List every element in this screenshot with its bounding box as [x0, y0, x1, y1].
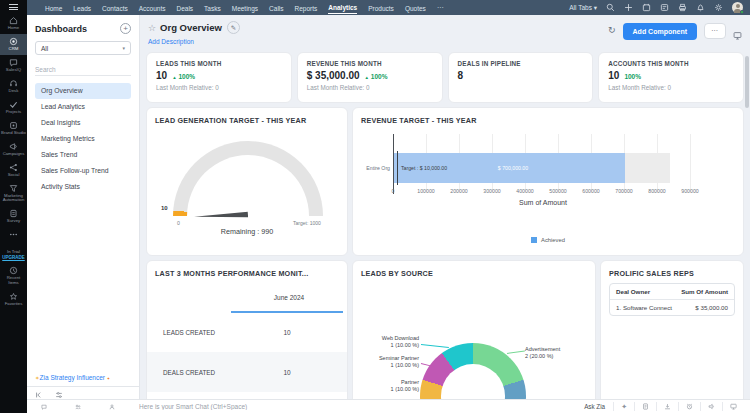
kpi-delta: ▲ 100%	[172, 73, 195, 80]
more-tabs-button[interactable]: ⋯	[437, 4, 445, 12]
chart-legend: Achieved	[353, 237, 743, 243]
sidebar-item-crm[interactable]: CRM	[0, 34, 27, 55]
sidebar-item-survey[interactable]: Survey	[0, 206, 27, 227]
tab-analytics[interactable]: Analytics	[328, 1, 357, 14]
lead-generation-target-card[interactable]: LEAD GENERATION TARGET - THIS YEAR 10 0 …	[146, 107, 348, 256]
sidebar-item-favorites[interactable]: Favorites	[0, 289, 27, 310]
prolific-sales-reps-card[interactable]: PROLIFIC SALES REPS Deal Owner Sum Of Am…	[600, 260, 744, 399]
kpi-value: $ 35,000.00	[307, 70, 360, 81]
tab-reports[interactable]: Reports	[295, 2, 318, 14]
x-tick: 0	[378, 188, 408, 194]
more-apps-button[interactable]	[0, 227, 27, 242]
tab-meetings[interactable]: Meetings	[232, 2, 258, 14]
sidebar-item-recent-items[interactable]: Recent Items	[0, 263, 27, 289]
table-row[interactable]: 1. Software Connect $ 35,000.00	[610, 300, 734, 315]
kpi-delta: ▲ 100%	[365, 73, 388, 80]
person-icon	[109, 396, 115, 413]
present-screen-icon[interactable]	[733, 26, 742, 44]
sidebar-item-marketing-automation[interactable]: Marketing Automation	[0, 181, 27, 207]
home-icon	[9, 16, 18, 25]
download-icon[interactable]	[657, 403, 678, 410]
monitor-icon[interactable]	[723, 403, 744, 410]
megaphone-icon	[9, 142, 18, 151]
chevron-down-icon: ▾	[122, 45, 125, 51]
sidebar-item-desk[interactable]: Desk	[0, 76, 27, 97]
zia-strategy-influencer-link[interactable]: ✦Zia Strategy Influencer ✦	[35, 374, 110, 381]
tab-accounts[interactable]: Accounts	[139, 2, 166, 14]
tab-calls[interactable]: Calls	[269, 2, 283, 14]
legend-label: Achieved	[541, 237, 565, 243]
share-nodes-icon	[9, 163, 18, 172]
search-icon[interactable]	[606, 3, 615, 12]
up-arrow-icon: ▲	[172, 75, 176, 80]
tab-home[interactable]: Home	[45, 2, 62, 14]
sidebar-item-social[interactable]: Social	[0, 160, 27, 181]
dashboard-filter-dropdown[interactable]: All▾	[35, 41, 131, 55]
sidebar-item-home[interactable]: Home	[0, 13, 27, 34]
check-icon	[9, 100, 18, 109]
hamburger-menu-icon[interactable]	[0, 0, 27, 13]
tab-products[interactable]: Products	[368, 2, 394, 14]
dashboard-item-sales-trend[interactable]: Sales Trend	[35, 147, 131, 163]
kpi-accounts-this-month[interactable]: ACCOUNTS THIS MONTH 10 100% Last Month R…	[598, 52, 744, 103]
plus-icon[interactable]	[624, 3, 633, 12]
x-tick: 200000	[444, 188, 474, 194]
dashboard-item-activity-stats[interactable]: Activity Stats	[35, 179, 131, 195]
all-tabs-dropdown[interactable]: All Tabs ▾	[569, 4, 597, 12]
speaker-icon[interactable]	[701, 403, 722, 410]
x-tick: 700000	[609, 188, 639, 194]
upgrade-link[interactable]: UPGRADE	[0, 255, 27, 260]
sparkle-icon: ✦	[107, 376, 110, 381]
gauge-remaining-label: Remaining : 990	[147, 227, 347, 236]
refresh-icon[interactable]: ↻	[608, 25, 616, 35]
document-icon[interactable]	[635, 403, 656, 410]
tab-quotes[interactable]: Quotes	[405, 2, 426, 14]
revenue-target-card[interactable]: REVENUE TARGET - THIS YEAR Entire Org Ta…	[352, 107, 744, 256]
up-arrow-icon: ▲	[365, 75, 369, 80]
x-tick: 600000	[576, 188, 606, 194]
feeds-icon[interactable]	[660, 3, 669, 12]
favorite-star-icon[interactable]: ☆	[148, 23, 156, 33]
tab-tasks[interactable]: Tasks	[204, 2, 221, 14]
channels-button[interactable]: Channels	[61, 396, 95, 413]
kpi-deals-in-pipeline[interactable]: DEALS IN PIPELINE 8	[448, 52, 594, 103]
more-options-button[interactable]: ⋯	[704, 23, 726, 39]
kpi-leads-this-month[interactable]: LEADS THIS MONTH 10 ▲ 100% Last Month Re…	[146, 52, 292, 103]
sidebar-item-campaigns[interactable]: Campaigns	[0, 139, 27, 160]
bell-icon[interactable]	[696, 3, 705, 12]
alarm-clock-icon[interactable]	[679, 403, 700, 410]
zia-icon[interactable]: ✦	[614, 403, 634, 411]
x-tick: 400000	[510, 188, 540, 194]
sidebar-item-salesiq[interactable]: SalesIQ	[0, 55, 27, 76]
sidebar-item-brand-studio[interactable]: Brand Studio	[0, 118, 27, 139]
smart-chat-input[interactable]	[139, 403, 339, 410]
sidebar-item-projects[interactable]: Projects	[0, 97, 27, 118]
chats-button[interactable]: Chats	[27, 396, 61, 413]
add-component-button[interactable]: Add Component	[623, 23, 697, 40]
settings-gear-icon[interactable]	[714, 3, 723, 12]
contacts-button[interactable]: Contacts	[95, 396, 129, 413]
add-dashboard-button[interactable]: +	[120, 23, 131, 34]
dashboard-item-org-overview[interactable]: Org Overview	[35, 83, 131, 99]
dashboard-item-lead-analytics[interactable]: Lead Analytics	[35, 99, 131, 115]
x-tick: 900000	[675, 188, 705, 194]
add-description-link[interactable]: Add Description	[148, 38, 240, 45]
leads-by-source-card[interactable]: LEADS BY SOURCE Web Download1 (10.00 %) …	[352, 260, 596, 399]
tab-contacts[interactable]: Contacts	[102, 2, 128, 14]
table-row: LEADS CREATED 10	[147, 312, 347, 352]
chat-bubble-icon	[9, 58, 18, 67]
tab-deals[interactable]: Deals	[176, 2, 193, 14]
dashboard-search-input[interactable]	[35, 64, 131, 76]
printer-icon[interactable]	[678, 3, 687, 12]
tab-leads[interactable]: Leads	[73, 2, 91, 14]
performance-monitor-card[interactable]: LAST 3 MONTHS PERFORMANCE MONIT... June …	[146, 260, 348, 399]
user-avatar[interactable]	[732, 2, 743, 13]
dashboard-item-deal-insights[interactable]: Deal Insights	[35, 115, 131, 131]
ask-zia-button[interactable]: Ask Zia	[576, 403, 613, 410]
calendar-icon[interactable]	[642, 3, 651, 12]
dashboard-item-sales-follow-up-trend[interactable]: Sales Follow-up Trend	[35, 163, 131, 179]
kpi-revenue-this-month[interactable]: REVENUE THIS MONTH $ 35,000.00 ▲ 100% La…	[297, 52, 443, 103]
dashboard-item-marketing-metrics[interactable]: Marketing Metrics	[35, 131, 131, 147]
vertical-scrollbar[interactable]	[745, 56, 749, 108]
edit-pencil-icon[interactable]: ✎	[227, 21, 240, 34]
